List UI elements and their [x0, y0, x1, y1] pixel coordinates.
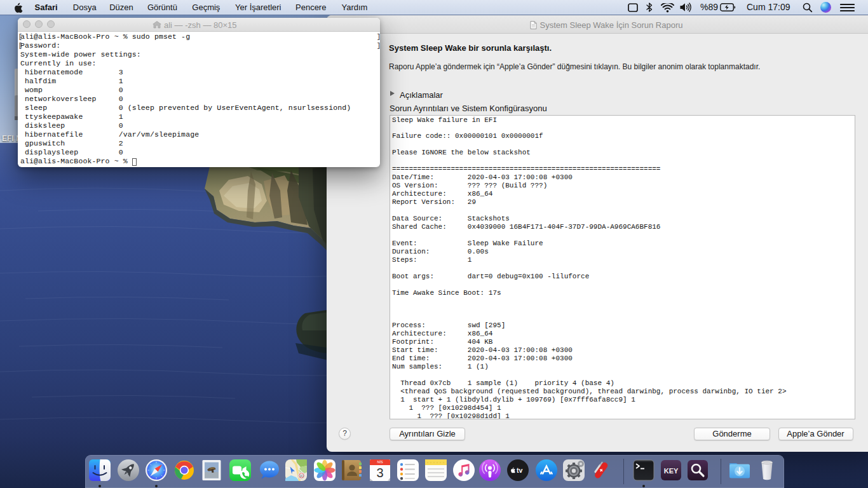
svg-text:3D: 3D	[299, 473, 304, 477]
svg-text:NİS: NİS	[377, 460, 383, 464]
svg-text:KEY: KEY	[664, 467, 679, 475]
svg-text:3: 3	[376, 466, 383, 480]
svg-text:tv: tv	[517, 466, 522, 474]
